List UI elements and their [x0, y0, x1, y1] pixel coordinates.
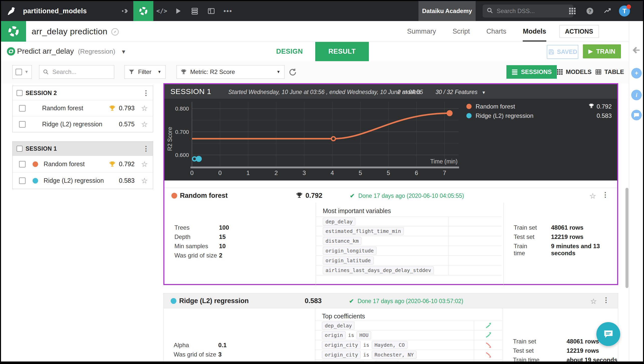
save-icon [548, 49, 555, 55]
avatar[interactable]: T [619, 6, 630, 17]
intercom-chat-button[interactable] [596, 322, 620, 346]
coefficient-row[interactable]: origin_state is Hawaii [315, 360, 502, 364]
academy-link[interactable]: Dataiku Academy [418, 1, 476, 21]
importance-row[interactable]: airlines_last_days_dep_delay_stddev [316, 265, 501, 275]
stack-icon[interactable] [186, 1, 203, 21]
actions-button[interactable]: ACTIONS [559, 25, 599, 38]
model-row[interactable]: Random forest 0.792 ☆ [13, 156, 153, 172]
help-icon[interactable]: ? [583, 1, 597, 21]
session-1-header[interactable]: SESSION 1 ⋮ [13, 142, 153, 156]
refresh-icon[interactable] [289, 68, 297, 77]
model-row[interactable]: Ridge (L2) regression 0.583 ☆ [13, 172, 153, 189]
up-arrow-icon [485, 332, 492, 339]
session-2-checkbox[interactable] [17, 90, 23, 96]
model-checkbox[interactable] [19, 161, 26, 167]
svg-text:R2 Score: R2 Score [167, 127, 173, 151]
r2-score-chart-svg: 0.8000.7000.6000012345567Time (min)R2 Sc… [164, 99, 475, 180]
tab-design[interactable]: DESIGN [276, 42, 303, 61]
coefficient-row[interactable]: origin is HOU [315, 330, 502, 340]
tab-models[interactable]: Models [523, 21, 546, 42]
coefficients-table: dep_delay origin is HOU origin_city is H… [315, 321, 502, 364]
tab-summary[interactable]: Summary [407, 21, 436, 42]
saved-button[interactable]: SAVED [547, 45, 578, 59]
legend-dot [466, 113, 472, 118]
importance-row[interactable]: distance_km [316, 236, 501, 246]
coefficient-row[interactable]: origin_city is Hayden, CO [315, 340, 502, 350]
model-search-box[interactable] [39, 65, 114, 79]
session-1-checkbox[interactable] [17, 146, 23, 152]
comments-button[interactable] [631, 110, 642, 120]
view-models-button[interactable]: MODELS [552, 65, 597, 79]
importance-row[interactable]: origin_longitude [316, 246, 501, 256]
model-stats: Train set48061 rows Test set12219 rows T… [514, 224, 614, 257]
visual-analysis-icon[interactable] [133, 1, 153, 21]
session-2-header[interactable]: SESSION 2 ⋮ [13, 86, 153, 100]
dashboard-icon[interactable] [203, 1, 220, 21]
session-panel-header: SESSION 1 Started Wednesday, 10 June at … [164, 84, 617, 99]
tab-result[interactable]: RESULT [315, 42, 369, 61]
dataiku-logo-icon[interactable] [6, 5, 17, 17]
code-icon[interactable]: </> [153, 1, 170, 21]
importance-row[interactable]: estimated_flight_time_min [316, 226, 501, 236]
trophy-icon [109, 161, 116, 167]
model-name[interactable]: Ridge (L2) regression [179, 297, 249, 305]
train-button[interactable]: ▶ TRAIN [583, 44, 621, 58]
flow-icon[interactable] [117, 1, 133, 21]
svg-text:7: 7 [443, 169, 446, 176]
svg-text:Time (min): Time (min) [430, 158, 458, 165]
model-checkbox[interactable] [19, 121, 26, 128]
model-row[interactable]: Ridge (L2) regression 0.575 ☆ [13, 116, 153, 132]
star-icon[interactable]: ☆ [141, 176, 148, 185]
star-icon[interactable]: ☆ [141, 120, 148, 129]
ml-task-selector[interactable]: Predict arr_delay (Regression) ▼ [17, 47, 126, 55]
select-all-checkbox[interactable] [16, 69, 22, 75]
view-sessions-button[interactable]: SESSIONS [506, 65, 557, 79]
star-icon[interactable]: ☆ [590, 297, 597, 306]
random-forest-card-body: Trees100 Depth15 Min samples10 Was grid … [164, 203, 617, 285]
kebab-menu-icon[interactable]: ⋮ [603, 297, 609, 304]
project-name[interactable]: partitioned_models [23, 7, 87, 15]
filter-dropdown[interactable]: Filter ▼ [124, 65, 166, 79]
navigator-icon[interactable] [111, 28, 119, 37]
tab-charts[interactable]: Charts [486, 21, 506, 42]
model-name[interactable]: Random forest [180, 192, 228, 200]
collapse-arrow-icon[interactable] [632, 46, 641, 56]
jobs-icon[interactable] [170, 1, 186, 21]
add-button[interactable]: + [631, 68, 642, 78]
model-checkbox[interactable] [19, 177, 26, 184]
check-icon: ✔ [350, 193, 355, 199]
legend-row: Ridge (L2) regression 0.583 [466, 111, 612, 120]
kebab-menu-icon[interactable]: ⋮ [602, 192, 609, 198]
chevron-down-icon: ▼ [276, 70, 280, 74]
apps-grid-icon[interactable] [565, 1, 579, 21]
model-checkbox[interactable] [19, 105, 26, 112]
kebab-menu-icon[interactable]: ⋮ [143, 145, 149, 152]
model-search-input[interactable] [52, 68, 103, 76]
kebab-menu-icon[interactable]: ⋮ [143, 90, 149, 97]
model-color-dot [171, 193, 177, 199]
metric-dropdown[interactable]: Metric: R2 Score ▼ [176, 65, 285, 79]
coefficient-row[interactable]: dep_delay [315, 321, 502, 330]
down-arrow-icon [485, 341, 492, 348]
chat-bubble-icon [603, 329, 614, 340]
star-icon[interactable]: ☆ [141, 104, 148, 113]
view-table-button[interactable]: TABLE [590, 65, 629, 79]
prediction-recipe-icon [7, 47, 16, 57]
tab-script[interactable]: Script [453, 21, 470, 42]
chevron-down-icon: ▼ [121, 49, 126, 55]
importance-row[interactable]: origin_latitude [316, 256, 501, 265]
star-icon[interactable]: ☆ [141, 160, 148, 168]
model-row[interactable]: Random forest 0.793 ☆ [13, 100, 153, 116]
session-features-dropdown[interactable]: 30 / 32 Features ▼ [436, 89, 486, 96]
more-icon[interactable]: ••• [220, 1, 236, 21]
coefficient-row[interactable]: origin_city is Rochester, NY [315, 350, 502, 360]
page-title: arr_delay prediction [32, 27, 108, 36]
info-button[interactable]: i [631, 90, 642, 100]
dss-search-box[interactable] [483, 5, 573, 18]
select-all-control[interactable]: ▼ [12, 65, 32, 79]
importance-row[interactable]: dep_delay [316, 217, 501, 226]
star-icon[interactable]: ☆ [589, 192, 596, 200]
vertical-scrollbar[interactable] [625, 188, 628, 288]
trend-icon[interactable] [600, 1, 614, 21]
dss-search-input[interactable] [496, 7, 560, 15]
